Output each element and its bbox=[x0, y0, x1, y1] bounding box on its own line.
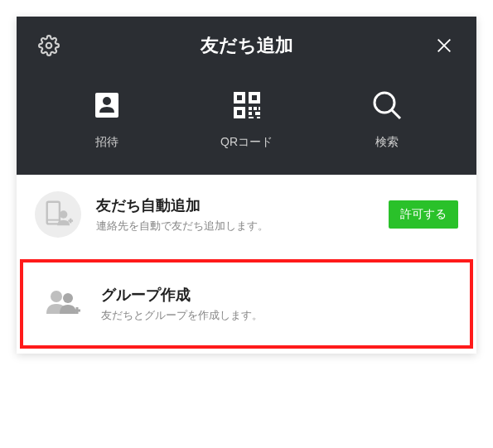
tab-invite-label: 招待 bbox=[95, 135, 118, 150]
contact-card-icon bbox=[90, 89, 123, 122]
svg-rect-15 bbox=[255, 112, 260, 115]
gear-icon bbox=[38, 35, 60, 56]
content: 友だち自動追加 連絡先を自動で友だち追加します。 許可する グループ作成 友だち… bbox=[17, 175, 476, 349]
add-friend-panel: 友だち追加 招待 bbox=[17, 17, 476, 354]
allow-button[interactable]: 許可する bbox=[389, 200, 458, 229]
svg-point-18 bbox=[375, 93, 394, 113]
invite-icon-box bbox=[90, 87, 123, 123]
create-group-description: 友だちとグループを作成します。 bbox=[101, 308, 453, 323]
phone-add-friend-icon bbox=[42, 199, 74, 230]
group-add-icon bbox=[43, 284, 83, 324]
svg-rect-17 bbox=[257, 117, 260, 118]
auto-add-item[interactable]: 友だち自動追加 連絡先を自動で友だち追加します。 許可する bbox=[17, 175, 476, 254]
svg-line-19 bbox=[392, 110, 400, 118]
svg-point-22 bbox=[60, 210, 68, 219]
create-group-text: グループ作成 友だちとグループを作成します。 bbox=[101, 285, 453, 323]
tab-invite[interactable]: 招待 bbox=[36, 87, 176, 150]
header-top: 友だち追加 bbox=[36, 33, 457, 58]
auto-add-description: 連絡先を自動で友だち追加します。 bbox=[96, 219, 374, 234]
tab-search-label: 検索 bbox=[375, 135, 399, 150]
page-title: 友だち追加 bbox=[61, 33, 432, 58]
auto-add-title: 友だち自動追加 bbox=[96, 195, 374, 215]
svg-rect-14 bbox=[249, 112, 252, 115]
svg-point-4 bbox=[103, 97, 111, 105]
svg-rect-16 bbox=[249, 117, 254, 118]
header: 友だち追加 招待 bbox=[17, 17, 476, 175]
svg-rect-11 bbox=[249, 107, 252, 110]
svg-rect-6 bbox=[237, 95, 242, 100]
auto-add-icon-wrap bbox=[35, 191, 81, 238]
tab-search[interactable]: 検索 bbox=[317, 87, 457, 150]
svg-point-0 bbox=[46, 43, 52, 49]
create-group-icon-wrap bbox=[40, 281, 86, 327]
create-group-title: グループ作成 bbox=[101, 285, 453, 305]
tab-qrcode-label: QRコード bbox=[220, 135, 273, 150]
qrcode-icon bbox=[230, 89, 263, 122]
create-group-item[interactable]: グループ作成 友だちとグループを作成します。 bbox=[20, 259, 473, 349]
svg-rect-12 bbox=[254, 107, 257, 110]
close-button[interactable] bbox=[432, 33, 457, 58]
auto-add-text: 友だち自動追加 連絡先を自動で友だち追加します。 bbox=[96, 195, 374, 234]
tabs: 招待 bbox=[36, 87, 457, 150]
search-icon bbox=[370, 89, 404, 122]
qrcode-icon-box bbox=[230, 87, 263, 123]
svg-point-25 bbox=[51, 291, 62, 302]
search-icon-box bbox=[370, 87, 404, 123]
settings-button[interactable] bbox=[36, 33, 61, 58]
svg-rect-10 bbox=[237, 110, 242, 115]
svg-rect-13 bbox=[259, 107, 260, 110]
tab-qrcode[interactable]: QRコード bbox=[176, 87, 317, 150]
svg-rect-8 bbox=[252, 95, 257, 100]
svg-point-26 bbox=[63, 293, 73, 303]
close-icon bbox=[435, 36, 453, 55]
